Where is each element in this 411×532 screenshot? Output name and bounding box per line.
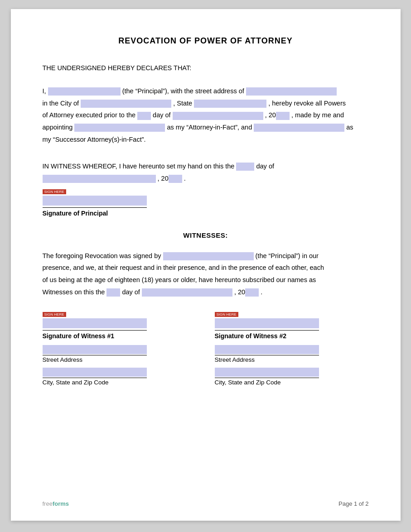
successor-field[interactable] bbox=[254, 124, 344, 132]
witnesses-body: The foregoing Revocation was signed by (… bbox=[43, 250, 369, 298]
witness-whereof-end: . bbox=[184, 175, 186, 182]
witness2-city-underline bbox=[215, 378, 319, 378]
principal-name-field[interactable] bbox=[48, 87, 121, 96]
footer-brand: freeforms bbox=[43, 500, 69, 507]
principal-sig-label: Signature of Principal bbox=[43, 210, 369, 217]
declares-text: THE UNDERSIGNED HEREBY DECLARES THAT: bbox=[43, 62, 369, 74]
line1-post: (the “Principal”), with the street addre… bbox=[122, 87, 244, 95]
day-field-2[interactable] bbox=[236, 163, 254, 171]
section2-body: IN WITNESS WHEREOF, I have hereunto set … bbox=[43, 160, 369, 185]
witness2-street-input[interactable] bbox=[215, 345, 319, 354]
witness2-city-label: City, State and Zip Code bbox=[215, 379, 369, 386]
day-field-1[interactable] bbox=[137, 112, 151, 120]
witness2-sig-label: Signature of Witness #2 bbox=[215, 332, 369, 340]
attorney-fact-field[interactable] bbox=[74, 124, 165, 132]
witness-line4-mid: day of bbox=[122, 288, 140, 296]
witness1-sig-input[interactable] bbox=[43, 318, 147, 328]
witness-line4-post: , 20 bbox=[234, 288, 245, 296]
witness1-sig-container: SIGN HERE bbox=[43, 318, 197, 328]
witness2-sign-tag: SIGN HERE bbox=[215, 312, 238, 317]
witness-line2: presence, and we, at their request and i… bbox=[43, 264, 324, 271]
witness2-sig-underline bbox=[215, 330, 319, 331]
witness2-col: SIGN HERE Signature of Witness #2 Street… bbox=[215, 311, 369, 390]
witness1-street-underline bbox=[43, 355, 147, 355]
footer-page: Page 1 of 2 bbox=[338, 500, 369, 507]
witness-whereof-mid: day of bbox=[256, 163, 274, 170]
line4-pre: appointing bbox=[43, 124, 73, 131]
footer: freeforms Page 1 of 2 bbox=[43, 500, 369, 507]
witness2-street-underline bbox=[215, 355, 319, 355]
line2-pre: in the City of bbox=[43, 100, 79, 107]
witness1-col: SIGN HERE Signature of Witness #1 Street… bbox=[43, 311, 197, 390]
witness-line4-pre: Witnesses on this the bbox=[43, 288, 105, 296]
year-suffix-3[interactable] bbox=[245, 288, 259, 297]
section-declares: THE UNDERSIGNED HEREBY DECLARES THAT: bbox=[43, 62, 369, 74]
line3-end: , made by me and bbox=[291, 111, 344, 119]
brand-forms: forms bbox=[53, 500, 69, 507]
city-field[interactable] bbox=[81, 100, 171, 108]
principal-signature-section: SIGN HERE Signature of Principal bbox=[43, 196, 369, 217]
month-field-3[interactable] bbox=[142, 288, 232, 297]
line1-pre: I, bbox=[43, 87, 46, 95]
day-field-3[interactable] bbox=[106, 288, 120, 297]
witness-whereof-pre: IN WITNESS WHEREOF, I have hereunto set … bbox=[43, 163, 235, 170]
brand-free: free bbox=[43, 500, 53, 507]
line2-mid: , State bbox=[173, 100, 192, 107]
year-suffix-2[interactable] bbox=[169, 175, 182, 183]
document-title: REVOCATION OF POWER OF ATTORNEY bbox=[43, 36, 369, 46]
line4-mid: as my “Attorney-in-Fact”, and bbox=[167, 124, 252, 131]
line2-post: , hereby revoke all Powers bbox=[268, 100, 346, 107]
witness-line1-pre: The foregoing Revocation was signed by bbox=[43, 252, 161, 259]
document-page: REVOCATION OF POWER OF ATTORNEY THE UNDE… bbox=[11, 9, 401, 521]
line3-mid: day of bbox=[153, 111, 171, 119]
state-field[interactable] bbox=[194, 100, 266, 108]
witness2-city-input[interactable] bbox=[215, 368, 319, 377]
witness1-city-underline bbox=[43, 378, 147, 378]
witness1-city-label: City, State and Zip Code bbox=[43, 379, 197, 386]
street-address-field[interactable] bbox=[246, 87, 337, 96]
witnesses-title: WITNESSES: bbox=[43, 231, 369, 239]
principal-name-witness-field[interactable] bbox=[163, 252, 254, 260]
witness1-sign-tag: SIGN HERE bbox=[43, 312, 66, 317]
line5: my “Successor Attorney(s)-in-Fact”. bbox=[43, 136, 146, 143]
witness1-sig-underline bbox=[43, 330, 147, 331]
witness-line4-end: . bbox=[261, 288, 262, 296]
witness1-city-input[interactable] bbox=[43, 368, 147, 377]
month-field-1[interactable] bbox=[173, 112, 263, 120]
witness2-addr-label: Street Address bbox=[215, 356, 369, 363]
witness-line1-post: (the “Principal”) in our bbox=[256, 252, 319, 259]
principal-sig-underline bbox=[43, 207, 147, 208]
year-suffix-1[interactable] bbox=[276, 112, 290, 120]
witness-line3: of us being at the age of eighteen (18) … bbox=[43, 276, 316, 283]
section1-body: I, (the “Principal”), with the street ad… bbox=[43, 85, 369, 146]
month-field-2[interactable] bbox=[43, 175, 156, 183]
line3-pre: of Attorney executed prior to the bbox=[43, 111, 136, 119]
witness2-sig-container: SIGN HERE bbox=[215, 318, 369, 328]
principal-sig-container: SIGN HERE bbox=[43, 196, 369, 206]
principal-sig-input[interactable] bbox=[43, 196, 147, 206]
witness-whereof-post: , 20 bbox=[158, 175, 169, 182]
witness2-sig-input[interactable] bbox=[215, 318, 319, 328]
witness1-addr-label: Street Address bbox=[43, 356, 197, 363]
line4-post: as bbox=[346, 124, 353, 131]
line3-post: , 20 bbox=[265, 111, 276, 119]
witness-columns: SIGN HERE Signature of Witness #1 Street… bbox=[43, 311, 369, 390]
principal-sign-tag: SIGN HERE bbox=[43, 189, 66, 194]
witness1-sig-label: Signature of Witness #1 bbox=[43, 332, 197, 340]
witness1-street-input[interactable] bbox=[43, 345, 147, 354]
